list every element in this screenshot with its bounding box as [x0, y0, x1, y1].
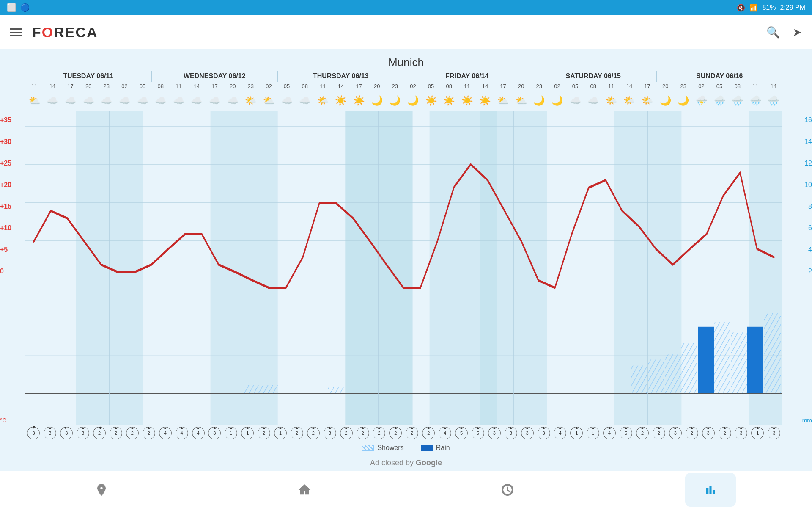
legend-showers: Showers [362, 444, 403, 452]
wx-icon: ⛅ [494, 95, 512, 106]
wind-indicator: ▲3 [60, 427, 73, 439]
hour-cell: 17 [638, 82, 656, 90]
y-label-35: +35 [0, 116, 11, 124]
wx-icon: 🌤️ [242, 95, 260, 106]
hour-cell: 08 [728, 82, 746, 90]
wind-indicator: ▲5 [620, 427, 632, 439]
wind-indicator: ▲2 [258, 427, 270, 439]
hour-cell: 20 [224, 82, 242, 90]
svg-rect-24 [328, 387, 345, 393]
wx-icon: 🌧️ [746, 95, 765, 106]
day-thursday: THURSDAY 06/13 [278, 71, 404, 82]
wx-icon: ⛈️ [692, 95, 710, 106]
wind-row: ▲3 ▲3 ▲3 ▲3 ▲2 ▲2 ▲2 ▲2 ▲4 ▲4 ▲4 ▲3 ▲1 ▲… [0, 425, 812, 441]
y-label-30: +30 [0, 138, 11, 146]
hour-cell: 05 [710, 82, 729, 90]
hour-cell: 11 [314, 82, 332, 90]
clock-nav-button[interactable] [482, 473, 533, 507]
wx-icon: 🌤️ [602, 95, 620, 106]
wx-icon: ☀️ [422, 95, 440, 106]
home-nav-button[interactable] [279, 473, 330, 507]
hour-cell: 14 [476, 82, 494, 90]
wx-icon: ☁️ [296, 95, 314, 106]
wx-icon: ☁️ [98, 95, 116, 106]
hour-cell: 23 [675, 82, 693, 90]
hour-cell: 14 [765, 82, 783, 90]
app-bar-left: FORECA [10, 24, 98, 41]
svg-rect-31 [731, 332, 747, 393]
wx-icon: 🌙 [530, 95, 549, 106]
wx-icon: ☁️ [170, 95, 188, 106]
wx-icon: 🌙 [404, 95, 422, 106]
location-button[interactable]: ➤ [793, 26, 802, 39]
hour-cell: 05 [278, 82, 296, 90]
wind-indicator: ▲3 [702, 427, 715, 439]
ad-closed-text: Ad closed by [370, 458, 416, 467]
wx-icon: ☁️ [44, 95, 62, 106]
wind-indicator: ▲2 [291, 427, 303, 439]
chart-icon [704, 483, 717, 497]
day-wednesday: WEDNESDAY 06/12 [152, 71, 278, 82]
chart-nav-button[interactable] [685, 473, 736, 507]
wind-indicator: ▲3 [208, 427, 221, 439]
wind-indicator: ▲5 [455, 427, 468, 439]
wind-indicator: ▲1 [274, 427, 287, 439]
main-content: Munich TUESDAY 06/11 WEDNESDAY 06/12 THU… [0, 49, 812, 471]
wind-indicator: ▲2 [653, 427, 665, 439]
hour-cell: 14 [44, 82, 62, 90]
chart-area: +35 +30 +25 +20 +15 +10 +5 0 °C 16 14 12… [0, 111, 812, 425]
day-saturday: SATURDAY 06/15 [530, 71, 657, 82]
app-bar: FORECA 🔍 ➤ [0, 15, 812, 49]
wind-indicator: ▲3 [505, 427, 517, 439]
wx-icon: 🌙 [386, 95, 404, 106]
wx-icon: 🌧️ [710, 95, 729, 106]
wind-indicator: ▲4 [603, 427, 616, 439]
wx-icon: ☀️ [476, 95, 494, 106]
wind-indicator: ▲2 [406, 427, 418, 439]
wind-indicator: ▲2 [93, 427, 106, 439]
svg-rect-25 [631, 366, 647, 393]
wx-icon: ☁️ [224, 95, 242, 106]
wind-indicator: ▲2 [422, 427, 435, 439]
wind-indicator: ▲3 [27, 427, 40, 439]
wx-icon: ☀️ [350, 95, 368, 106]
wx-icon: 🌧️ [728, 95, 746, 106]
wind-indicator: ▲1 [225, 427, 237, 439]
wind-indicator: ▲3 [488, 427, 501, 439]
svg-rect-28 [681, 343, 697, 393]
hour-cell: 14 [620, 82, 639, 90]
wind-indicator: ▲3 [538, 427, 550, 439]
wind-indicator: ▲1 [587, 427, 599, 439]
hour-cell: 08 [296, 82, 314, 90]
wind-indicator: ▲2 [110, 427, 122, 439]
location-nav-button[interactable] [76, 473, 127, 507]
hour-cell: 23 [386, 82, 404, 90]
wind-indicator: ▲1 [241, 427, 254, 439]
svg-rect-22 [244, 385, 261, 393]
status-icon-1: ⬜ [7, 3, 16, 12]
wx-icon: 🌙 [656, 95, 675, 106]
wx-icon: 🌤️ [314, 95, 332, 106]
legend: Showers Rain [0, 441, 812, 455]
hour-cell: 23 [242, 82, 260, 90]
hour-cell: 02 [404, 82, 422, 90]
hour-cell: 14 [332, 82, 350, 90]
y-label-r12: 12 [804, 160, 812, 167]
search-button[interactable]: 🔍 [766, 26, 780, 39]
wx-icon: 🌤️ [638, 95, 656, 106]
y-label-10: +10 [0, 224, 11, 232]
hour-cell: 02 [548, 82, 566, 90]
wind-indicator: ▲2 [340, 427, 353, 439]
y-axis-left: +35 +30 +25 +20 +15 +10 +5 0 °C [0, 111, 25, 425]
y-label-15: +15 [0, 203, 11, 210]
status-icon-2: 🔵 [20, 3, 30, 12]
logo: FORECA [32, 24, 98, 41]
hour-cell: 11 [458, 82, 476, 90]
app-bar-right: 🔍 ➤ [766, 26, 802, 39]
wx-icon: ⛅ [512, 95, 530, 106]
wx-icon: 🌙 [548, 95, 566, 106]
y-label-5: +5 [0, 246, 8, 254]
menu-button[interactable] [10, 28, 22, 36]
hour-cell: 17 [350, 82, 368, 90]
hour-cell: 08 [151, 82, 170, 90]
